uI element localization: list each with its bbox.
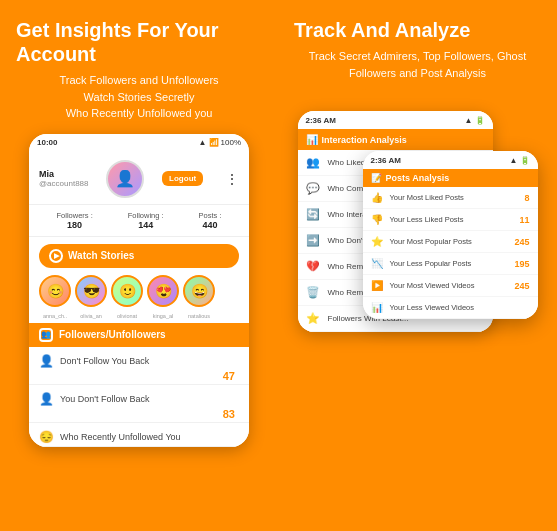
following-label: Following :	[128, 211, 164, 220]
posts-count-4: 195	[514, 259, 529, 269]
analysis-icon-2: 💬	[306, 182, 322, 195]
analysis-icon-5: 💔	[306, 260, 322, 273]
right-subtext: Track Secret Admirers, Top Followers, Gh…	[294, 48, 541, 81]
following-value: 144	[128, 220, 164, 230]
posts-text-1: Your Most Liked Posts	[390, 193, 520, 202]
stats-row: Followers : 180 Following : 144 Posts : …	[29, 204, 249, 237]
analysis-icon-6: 🗑️	[306, 286, 322, 299]
followers-list: 👤 Don't Follow You Back 47 👤 You Don't F…	[29, 347, 249, 447]
status-bar-left: 10:00 ▲ 📶 100%	[29, 134, 249, 152]
recently-unfollowed-text: Who Recently Unfollowed You	[60, 432, 181, 442]
story-avatar-5[interactable]: 😄	[183, 275, 215, 307]
interaction-analysis-header: 📊 Interaction Analysis	[298, 129, 493, 150]
list-item-you-dont-follow[interactable]: 👤 You Don't Follow Back 83	[29, 385, 249, 423]
recently-unfollowed-icon: 😔	[39, 430, 54, 444]
analysis-icon-4: ➡️	[306, 234, 322, 247]
story-avatars-row: 😊 😎 🙂 😍 😄	[29, 275, 249, 313]
phone-left: 10:00 ▲ 📶 100% Mia @account888 👤 Logout …	[29, 134, 249, 447]
following-stat: Following : 144	[128, 211, 164, 230]
posts-count-3: 245	[514, 237, 529, 247]
watch-stories-button[interactable]: ▶ Watch Stories	[39, 244, 239, 268]
followers-value: 180	[56, 220, 92, 230]
posts-stat: Posts : 440	[199, 211, 222, 230]
interaction-analysis-label: Interaction Analysis	[322, 135, 407, 145]
posts-value: 440	[199, 220, 222, 230]
phones-right-container: 2:36 AM ▲ 🔋 📊 Interaction Analysis 👥 Who…	[298, 91, 538, 451]
logout-button[interactable]: Logout	[162, 171, 203, 186]
posts-icon-5: ▶️	[371, 280, 385, 291]
posts-analysis-label: Posts Analysis	[386, 173, 450, 183]
posts-item-1[interactable]: 👍 Your Most Liked Posts 8	[363, 187, 538, 209]
profile-info: Mia @account888	[39, 169, 89, 188]
dont-follow-icon: 👤	[39, 354, 54, 368]
you-dont-follow-icon: 👤	[39, 392, 54, 406]
watch-stories-icon: ▶	[49, 249, 63, 263]
analysis-icon-7: ⭐	[306, 312, 322, 325]
left-headline: Get Insights For Your Account	[16, 18, 262, 66]
avatar-name-4: kinga_al	[147, 313, 179, 319]
posts-item-6[interactable]: 📊 Your Less Viewed Videos	[363, 297, 538, 319]
posts-icon-3: ⭐	[371, 236, 385, 247]
list-item-recently-unfollowed[interactable]: 😔 Who Recently Unfollowed You	[29, 423, 249, 447]
watch-stories-label: Watch Stories	[68, 250, 134, 261]
status-time-left: 10:00	[37, 138, 57, 147]
status-time-back: 2:36 AM	[306, 116, 336, 125]
wifi-icon-front: ▲	[510, 156, 518, 165]
posts-text-6: Your Less Viewed Videos	[390, 303, 525, 312]
posts-icon-4: 📉	[371, 258, 385, 269]
posts-icon: 📝	[371, 173, 382, 183]
posts-item-5[interactable]: ▶️ Your Most Viewed Videos 245	[363, 275, 538, 297]
analysis-icon-3: 🔄	[306, 208, 322, 221]
posts-count-1: 8	[524, 193, 529, 203]
posts-analysis-list: 👍 Your Most Liked Posts 8 👎 Your Less Li…	[363, 187, 538, 319]
profile-handle: @account888	[39, 179, 89, 188]
battery-icon-front: 🔋	[520, 156, 530, 165]
you-dont-follow-text: You Don't Follow Back	[60, 394, 149, 404]
more-options-icon[interactable]: ⋮	[225, 171, 239, 187]
wifi-icon: ▲	[199, 138, 207, 147]
posts-count-5: 245	[514, 281, 529, 291]
posts-analysis-header: 📝 Posts Analysis	[363, 169, 538, 187]
posts-text-2: Your Less Liked Posts	[390, 215, 515, 224]
posts-item-4[interactable]: 📉 Your Less Popular Posts 195	[363, 253, 538, 275]
analysis-icon-1: 👥	[306, 156, 322, 169]
posts-item-2[interactable]: 👎 Your Less Liked Posts 11	[363, 209, 538, 231]
profile-name: Mia	[39, 169, 89, 179]
battery-icon-back: 🔋	[475, 116, 485, 125]
posts-item-3[interactable]: ⭐ Your Most Popular Posts 245	[363, 231, 538, 253]
right-panel: Track And Analyze Track Secret Admirers,…	[278, 0, 557, 531]
status-icons-front: ▲ 🔋	[510, 156, 530, 165]
interaction-analysis-icon: 📊	[306, 134, 318, 145]
posts-text-4: Your Less Popular Posts	[390, 259, 510, 268]
battery-label: 100%	[221, 138, 241, 147]
profile-section: Mia @account888 👤 Logout ⋮	[29, 152, 249, 204]
avatar-names-row: anna_ch.. olivia_an olivionat kinga_al n…	[29, 313, 249, 323]
dont-follow-text: Don't Follow You Back	[60, 356, 149, 366]
status-bar-front: 2:36 AM ▲ 🔋	[363, 151, 538, 169]
posts-icon-2: 👎	[371, 214, 385, 225]
left-panel: Get Insights For Your Account Track Foll…	[0, 0, 278, 531]
followers-section-label: Followers/Unfollowers	[59, 329, 166, 340]
posts-icon-6: 📊	[371, 302, 385, 313]
avatar-name-1: anna_ch..	[39, 313, 71, 319]
story-avatar-4[interactable]: 😍	[147, 275, 179, 307]
you-dont-follow-count: 83	[39, 408, 239, 420]
followers-label: Followers :	[56, 211, 92, 220]
list-item-dont-follow[interactable]: 👤 Don't Follow You Back 47	[29, 347, 249, 385]
dont-follow-count: 47	[39, 370, 239, 382]
avatar-name-2: olivia_an	[75, 313, 107, 319]
avatar-name-3: olivionat	[111, 313, 143, 319]
story-avatar-1[interactable]: 😊	[39, 275, 71, 307]
followers-header: 👥 Followers/Unfollowers	[29, 323, 249, 347]
story-avatar-3[interactable]: 🙂	[111, 275, 143, 307]
posts-label: Posts :	[199, 211, 222, 220]
followers-section-icon: 👥	[39, 328, 53, 342]
status-time-front: 2:36 AM	[371, 156, 401, 165]
wifi-icon-back: ▲	[465, 116, 473, 125]
story-avatar-2[interactable]: 😎	[75, 275, 107, 307]
followers-stat: Followers : 180	[56, 211, 92, 230]
phone-posts-analysis: 2:36 AM ▲ 🔋 📝 Posts Analysis 👍 Your Most…	[363, 151, 538, 319]
right-headline: Track And Analyze	[294, 18, 541, 42]
posts-text-5: Your Most Viewed Videos	[390, 281, 510, 290]
signal-icon: 📶	[209, 138, 219, 147]
